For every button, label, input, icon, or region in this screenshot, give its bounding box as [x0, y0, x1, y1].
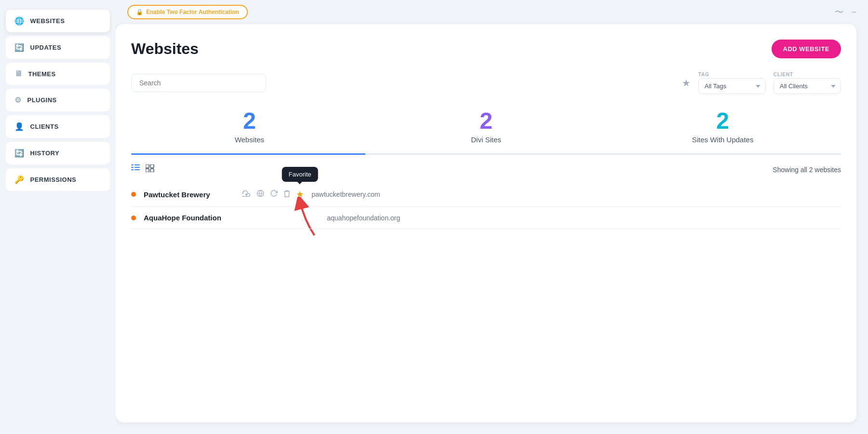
notifications-button[interactable]: 〜: [835, 6, 843, 18]
key-icon: 🔑: [14, 175, 25, 184]
sidebar-item-permissions[interactable]: 🔑 PERMISSIONS: [6, 168, 110, 191]
site-name[interactable]: Pawtucket Brewery: [144, 190, 231, 199]
history-icon: 🔄: [14, 149, 25, 158]
table-showing-count: Showing all 2 websites: [773, 166, 841, 174]
client-filter-select[interactable]: All Clients: [773, 78, 841, 94]
favorite-tooltip-wrapper: ★ Favorite: [296, 189, 304, 200]
page-header: Websites ADD WEBSITE: [131, 40, 841, 58]
search-input[interactable]: [131, 74, 266, 92]
svg-rect-7: [150, 164, 154, 168]
svg-rect-0: [131, 164, 134, 165]
refresh-icon[interactable]: [270, 190, 278, 199]
sidebar: 🌐 WEBSITES 🔄 UPDATES 🖥 THEMES ⚙ PLUGINS …: [0, 0, 116, 434]
favorite-icon[interactable]: ★: [296, 190, 304, 199]
svg-rect-3: [135, 164, 140, 165]
globe-icon: 🌐: [14, 16, 25, 26]
sidebar-item-clients[interactable]: 👤 CLIENTS: [6, 115, 110, 138]
backup-icon[interactable]: [242, 190, 251, 199]
svg-rect-8: [146, 169, 149, 172]
sidebar-item-label: PLUGINS: [27, 96, 57, 104]
two-factor-button[interactable]: 🔒 Enable Two Factor Authentication: [127, 5, 248, 19]
banner-actions: 〜 −: [835, 6, 856, 18]
tag-filter-group: TAG All Tags: [698, 72, 766, 94]
stat-sites-updates[interactable]: 2 Sites With Updates: [604, 109, 841, 144]
sidebar-item-plugins[interactable]: ⚙ PLUGINS: [6, 89, 110, 111]
client-filter-label: CLIENT: [773, 72, 841, 77]
site-url[interactable]: aquahopefoundation.org: [327, 214, 400, 222]
sidebar-item-label: THEMES: [28, 70, 56, 78]
stats-row: 2 Websites 2 Divi Sites 2 Sites With Upd…: [131, 109, 841, 155]
top-banner: 🔒 Enable Two Factor Authentication 〜 −: [116, 0, 868, 24]
refresh-icon: 🔄: [14, 43, 25, 52]
tag-filter-select[interactable]: All Tags: [698, 78, 766, 94]
sidebar-item-label: HISTORY: [30, 149, 60, 157]
svg-rect-5: [135, 169, 140, 170]
svg-rect-6: [146, 164, 149, 168]
sidebar-item-label: WEBSITES: [30, 17, 65, 25]
stat-websites-label: Websites: [131, 136, 368, 144]
status-indicator: [131, 192, 136, 197]
stat-websites[interactable]: 2 Websites: [131, 109, 368, 144]
svg-rect-1: [131, 167, 134, 168]
sidebar-item-websites[interactable]: 🌐 WEBSITES: [6, 10, 110, 32]
active-tab-underline: [131, 153, 366, 155]
svg-rect-2: [131, 169, 134, 170]
sidebar-item-themes[interactable]: 🖥 THEMES: [6, 63, 110, 85]
table-row: Pawtucket Brewery: [131, 182, 841, 207]
grid-view-icon: [146, 164, 154, 172]
sidebar-item-label: PERMISSIONS: [30, 176, 77, 183]
stat-updates-label: Sites With Updates: [604, 136, 841, 144]
favorites-filter-button[interactable]: ★: [682, 77, 691, 89]
list-view-button[interactable]: [131, 164, 140, 175]
site-url[interactable]: pawtucketbrewery.com: [312, 190, 380, 198]
content-card: Websites ADD WEBSITE ★ TAG All Tags CLIE…: [116, 24, 856, 422]
svg-rect-4: [135, 167, 140, 168]
grid-view-button[interactable]: [146, 164, 154, 175]
stat-divi-label: Divi Sites: [368, 136, 605, 144]
gear-icon: ⚙: [14, 95, 22, 105]
filters-row: ★ TAG All Tags CLIENT All Clients: [131, 72, 841, 94]
stat-divi-sites[interactable]: 2 Divi Sites: [368, 109, 605, 144]
two-factor-label: Enable Two Factor Authentication: [146, 9, 239, 15]
lock-icon: 🔒: [136, 9, 143, 15]
wordpress-icon[interactable]: [257, 190, 264, 199]
page-title: Websites: [131, 40, 199, 58]
stat-websites-number: 2: [131, 109, 368, 133]
sidebar-item-updates[interactable]: 🔄 UPDATES: [6, 36, 110, 59]
svg-rect-9: [150, 169, 154, 172]
sidebar-item-label: UPDATES: [30, 44, 62, 51]
sidebar-item-history[interactable]: 🔄 HISTORY: [6, 142, 110, 164]
main-content: 🔒 Enable Two Factor Authentication 〜 − W…: [116, 0, 868, 434]
status-indicator: [131, 216, 136, 220]
monitor-icon: 🖥: [14, 69, 23, 78]
table-row: AquaHope Foundation aquahopefoundation.o…: [131, 207, 841, 229]
site-action-buttons: ★ Favorite: [242, 189, 304, 200]
websites-list: Pawtucket Brewery: [131, 182, 841, 229]
client-filter-group: CLIENT All Clients: [773, 72, 841, 94]
table-controls: Showing all 2 websites: [131, 155, 841, 182]
sidebar-item-label: CLIENTS: [30, 123, 59, 130]
add-website-button[interactable]: ADD WEBSITE: [772, 40, 841, 58]
site-name[interactable]: AquaHope Foundation: [144, 214, 231, 222]
person-icon: 👤: [14, 122, 25, 131]
delete-icon[interactable]: [284, 190, 290, 199]
stat-divi-number: 2: [368, 109, 605, 133]
list-view-icon: [131, 164, 140, 172]
minimize-button[interactable]: −: [851, 6, 856, 18]
tag-filter-label: TAG: [698, 72, 766, 77]
stat-updates-number: 2: [604, 109, 841, 133]
